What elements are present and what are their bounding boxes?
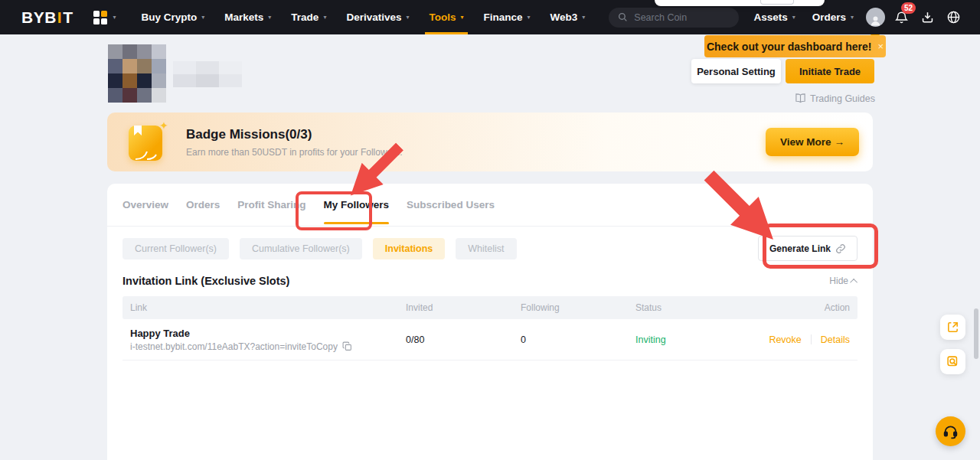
table-header-row: Link Invited Following Status Action [122, 296, 858, 319]
chevron-down-icon: ▾ [323, 14, 326, 21]
avatar [866, 8, 885, 27]
nav-item-trade[interactable]: Trade▾ [281, 0, 336, 34]
search-input[interactable] [634, 12, 726, 23]
revoke-link[interactable]: Revoke [769, 334, 801, 345]
external-link-icon [946, 321, 959, 334]
nav-item-finance[interactable]: Finance▾ [474, 0, 541, 34]
column-link: Link [122, 302, 398, 313]
page-preview-button[interactable] [940, 349, 965, 374]
bybit-followers-page: BYBIT ▾ Buy Crypto▾ Markets▾ Trade▾ Deri… [0, 0, 980, 460]
trading-guides-link[interactable]: Trading Guides [795, 92, 875, 105]
invitation-link-name: Happy Trade [130, 328, 390, 339]
chevron-down-icon: ▾ [582, 14, 585, 21]
main-menu: Buy Crypto▾ Markets▾ Trade▾ Derivatives▾… [132, 0, 596, 34]
chevron-down-icon: ▾ [113, 14, 116, 21]
nav-item-markets[interactable]: Markets▾ [214, 0, 281, 34]
badge-missions-title: Badge Missions(0/3) [186, 127, 403, 142]
nav-item-derivatives[interactable]: Derivatives▾ [336, 0, 419, 34]
tab-my-followers[interactable]: My Followers [324, 184, 390, 227]
invitation-section-header: Invitation Link (Exclusive Slots) Hide [107, 261, 873, 296]
following-cell: 0 [513, 334, 628, 345]
chevron-down-icon: ▾ [406, 14, 409, 21]
follower-filter-pills: Current Follower(s) Cumulative Follower(… [122, 238, 517, 259]
tab-profit-sharing[interactable]: Profit Sharing [237, 184, 305, 227]
status-badge: Inviting [628, 334, 758, 345]
chevron-down-icon: ▾ [528, 14, 531, 21]
badge-missions-banner: ✦ Badge Missions(0/3) Earn more than 50U… [107, 113, 873, 171]
sparkle-icon: ✦ [159, 119, 168, 132]
chevron-down-icon: ▾ [792, 14, 795, 21]
link-cell: Happy Trade i-testnet.bybit.com/11eAabTX… [122, 328, 398, 352]
action-divider [811, 334, 812, 344]
invitation-link-url-row: i-testnet.bybit.com/11eAabTX?action=invi… [130, 341, 390, 352]
profile-avatar-button[interactable] [862, 0, 888, 34]
invited-cell: 0/80 [398, 334, 513, 345]
view-more-button[interactable]: View More → [766, 128, 859, 156]
close-icon[interactable]: × [877, 41, 884, 52]
tab-subscribed-users[interactable]: Subscribed Users [407, 184, 495, 227]
leaf-icon [133, 146, 159, 161]
download-app-button[interactable] [914, 0, 940, 34]
actions-cell: Revoke Details [758, 334, 858, 345]
hide-toggle[interactable]: Hide [829, 276, 858, 286]
details-link[interactable]: Details [821, 334, 850, 345]
pill-cumulative-followers[interactable]: Cumulative Follower(s) [240, 238, 362, 259]
nav-item-buy-crypto[interactable]: Buy Crypto▾ [132, 0, 215, 34]
chevron-down-icon: ▾ [201, 14, 204, 21]
initiate-trade-button[interactable]: Initiate Trade [786, 59, 874, 83]
headset-icon [942, 423, 959, 439]
cutoff-popup-fragment [655, 0, 825, 6]
language-button[interactable] [940, 0, 966, 34]
tooltip-text: Check out your dashboard here! [707, 41, 871, 53]
invitation-section-title: Invitation Link (Exclusive Slots) [122, 275, 289, 287]
bybit-logo[interactable]: BYBIT [21, 8, 74, 27]
profile-avatar-pixelated [108, 44, 166, 103]
apps-grid-icon [93, 11, 107, 24]
column-following: Following [513, 302, 628, 313]
book-icon [795, 93, 806, 103]
personal-setting-button[interactable]: Personal Setting [691, 59, 781, 83]
download-icon [920, 10, 935, 24]
pill-whitelist[interactable]: Whitelist [456, 238, 516, 259]
column-invited: Invited [398, 302, 513, 313]
tab-overview[interactable]: Overview [122, 184, 168, 227]
apps-menu-button[interactable]: ▾ [93, 11, 116, 24]
copy-icon[interactable] [342, 341, 352, 351]
tab-orders[interactable]: Orders [186, 184, 220, 227]
invitation-links-table: Link Invited Following Status Action Hap… [122, 296, 858, 360]
link-icon [835, 243, 846, 254]
document-search-icon [946, 355, 959, 368]
column-status: Status [628, 302, 758, 313]
subtabs-row: Current Follower(s) Cumulative Follower(… [107, 227, 873, 261]
nav-item-tools[interactable]: Tools▾ [419, 0, 473, 34]
column-action: Action [758, 302, 858, 313]
coin-search [609, 8, 739, 28]
badge-missions-icon: ✦ [129, 121, 167, 163]
scrollbar-thumb[interactable] [974, 308, 978, 359]
customer-support-button[interactable] [936, 416, 965, 446]
profile-name-pixelated [173, 61, 242, 87]
pill-invitations[interactable]: Invitations [373, 238, 446, 259]
invitation-link-url: i-testnet.bybit.com/11eAabTX?action=invi… [130, 341, 338, 352]
chevron-up-icon [850, 278, 858, 285]
followers-card: Overview Orders Profit Sharing My Follow… [107, 184, 873, 460]
followers-tabs: Overview Orders Profit Sharing My Follow… [107, 184, 873, 227]
logo-accent-bar: I [57, 8, 62, 27]
logo-text: BYB [21, 8, 57, 27]
user-icon [869, 14, 882, 27]
globe-icon [946, 10, 961, 24]
search-icon [618, 12, 628, 22]
logo-text-end: T [63, 8, 73, 27]
chevron-down-icon: ▾ [268, 14, 271, 21]
arrow-right-icon: → [834, 136, 844, 148]
chevron-down-icon: ▾ [460, 14, 463, 21]
generate-link-button[interactable]: Generate Link [758, 236, 858, 261]
chevron-down-icon: ▾ [851, 14, 854, 21]
notifications-button[interactable]: 52 [888, 0, 914, 34]
nav-item-web3[interactable]: Web3▾ [541, 0, 596, 34]
pill-current-followers[interactable]: Current Follower(s) [122, 238, 229, 259]
share-page-button[interactable] [940, 315, 965, 340]
badge-missions-subtitle: Earn more than 50USDT in profits for you… [186, 147, 403, 158]
table-row: Happy Trade i-testnet.bybit.com/11eAabTX… [122, 319, 858, 360]
top-nav: BYBIT ▾ Buy Crypto▾ Markets▾ Trade▾ Deri… [0, 0, 980, 34]
